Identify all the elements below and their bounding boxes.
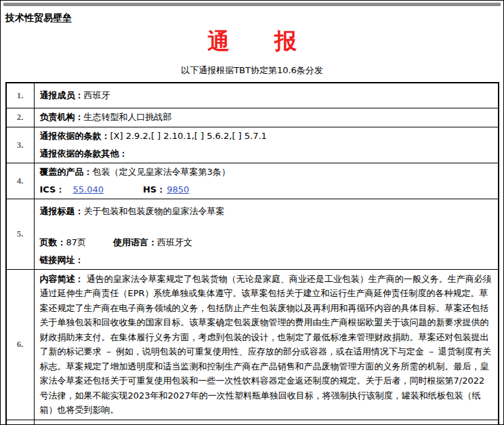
notification-subtitle: 以下通报根据TBT协定第10.6条分发 (1, 64, 503, 77)
notifying-member-label: 通报成员： (40, 90, 84, 100)
responsible-agency-label: 负责机构： (40, 112, 84, 122)
notified-articles-cell: 通报依据的条款：[X] 2.9.2,[ ] 2.10.1,[ ] 5.6.2,[… (34, 127, 499, 163)
row-number: 7. (6, 420, 35, 425)
products-covered-line: 覆盖的产品：包装（定义见皇家法令草案第3条） (40, 165, 492, 179)
table-row: 3. 通报依据的条款：[X] 2.9.2,[ ] 2.10.1,[ ] 5.6.… (6, 127, 499, 163)
row-number: 5. (6, 199, 35, 269)
classification-line: ICS：55.040HS：9850 (40, 183, 492, 197)
row-number: 2. (6, 108, 35, 127)
language-group: 使用语言：西班牙文 (113, 237, 192, 247)
responsible-agency-value: 生态转型和人口挑战部 (84, 112, 172, 122)
title-label: 通报标题： (40, 206, 84, 216)
notified-articles-other-label: 通报依据的条款其他： (40, 148, 128, 159)
content-summary-value: 通告的皇家法令草案规定了包装货物（无论是家庭、商业还是工业包装）生产商的一般义务… (40, 274, 492, 416)
notification-table: 1. 通报成员：西班牙 2. 负责机构：生态转型和人口挑战部 3. 通报依据的条… (5, 82, 499, 425)
table-row: 2. 负责机构：生态转型和人口挑战部 (6, 108, 499, 127)
notification-title: 通 报 (1, 26, 503, 56)
content-summary-label: 内容简述： (40, 274, 84, 284)
ics-link[interactable]: 55.040 (72, 184, 104, 195)
pages-value: 87页 (66, 237, 87, 247)
row-number: 3. (6, 127, 35, 163)
objective-rationale-cell: 目的和理由：皇家法令草案的主要目的是防止和减少包装对环境的影响，并在包装的整个生… (34, 420, 499, 425)
table-row: 1. 通报成员：西班牙 (6, 83, 499, 108)
table-row: 6. 内容简述： 通告的皇家法令草案规定了包装货物（无论是家庭、商业还是工业包装… (6, 269, 499, 420)
notified-articles-value: [X] 2.9.2,[ ] 2.10.1,[ ] 5.6.2,[ ] 5.7.1 (110, 131, 267, 141)
notified-articles-label: 通报依据的条款： (40, 131, 110, 141)
content-summary-cell: 内容简述： 通告的皇家法令草案规定了包装货物（无论是家庭、商业还是工业包装）生产… (34, 269, 499, 420)
ics-label: ICS： (40, 184, 65, 195)
products-covered-cell: 覆盖的产品：包装（定义见皇家法令草案第3条） ICS：55.040HS：9850 (34, 163, 499, 199)
products-covered-value: 包装（定义见皇家法令草案第3条） (93, 167, 230, 177)
notified-articles-line: 通报依据的条款：[X] 2.9.2,[ ] 2.10.1,[ ] 5.6.2,[… (40, 129, 492, 143)
table-row: 7. 目的和理由：皇家法令草案的主要目的是防止和减少包装对环境的影响，并在包装的… (6, 420, 499, 425)
page-topic-label: 技术性贸易壁垒 (1, 6, 503, 24)
notifying-member-cell: 通报成员：西班牙 (34, 83, 499, 108)
notified-articles-other-line: 通报依据的条款其他： (40, 147, 492, 161)
language-label: 使用语言： (113, 237, 157, 247)
language-value: 西班牙文 (157, 237, 192, 247)
title-line: 通报标题：关于包装和包装废物的皇家法令草案 (40, 205, 492, 218)
products-covered-label: 覆盖的产品： (40, 167, 93, 177)
hs-label: HS： (143, 184, 165, 195)
row-number: 6. (6, 269, 35, 420)
row-number: 4. (6, 163, 35, 199)
url-label: 链接网址： (40, 255, 84, 265)
title-value: 关于包装和包装废物的皇家法令草案 (84, 206, 225, 216)
notifying-member-value: 西班牙 (84, 90, 110, 100)
row-number: 1. (6, 83, 35, 108)
notification-title-cell: 通报标题：关于包装和包装废物的皇家法令草案 页数：87页使用语言：西班牙文 链接… (34, 199, 499, 269)
hs-group: HS：9850 (143, 184, 189, 195)
hs-link[interactable]: 9850 (167, 184, 189, 195)
pages-label: 页数： (40, 237, 66, 247)
table-row: 5. 通报标题：关于包装和包装废物的皇家法令草案 页数：87页使用语言：西班牙文… (6, 199, 499, 269)
url-line: 链接网址： (40, 254, 492, 267)
pages-language-line: 页数：87页使用语言：西班牙文 (40, 236, 492, 249)
responsible-agency-cell: 负责机构：生态转型和人口挑战部 (34, 108, 499, 127)
table-row: 4. 覆盖的产品：包装（定义见皇家法令草案第3条） ICS：55.040HS：9… (6, 163, 499, 199)
